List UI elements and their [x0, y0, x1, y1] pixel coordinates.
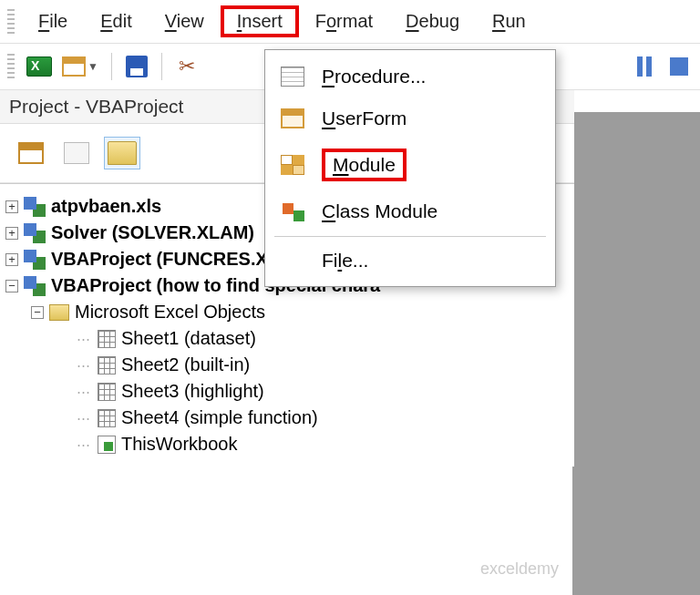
menu-view[interactable]: View — [149, 7, 221, 36]
expand-icon[interactable]: + — [5, 200, 18, 213]
scissors-icon: ✂ — [179, 55, 195, 78]
code-pane-background — [572, 112, 700, 595]
separator — [111, 53, 112, 80]
stop-icon — [670, 57, 688, 76]
chevron-down-icon: ▼ — [88, 60, 98, 73]
class-module-icon — [281, 201, 304, 221]
sheet-label: Sheet2 (built-in) — [121, 354, 250, 375]
folder-icon — [49, 304, 69, 321]
menu-run[interactable]: Run — [476, 7, 542, 36]
insert-procedure-item[interactable]: Procedure... — [265, 56, 555, 97]
toolbar-grip — [7, 54, 15, 79]
sheet-node[interactable]: ⋯ Sheet1 (dataset) — [5, 325, 569, 352]
expand-icon[interactable]: + — [5, 253, 18, 266]
menubar: File Edit View Insert Format Debug Run — [0, 0, 700, 44]
menu-insert[interactable]: Insert — [221, 5, 299, 37]
menu-file[interactable]: File — [22, 7, 84, 36]
insert-classmodule-item[interactable]: Class Module — [265, 190, 555, 232]
sheet-node[interactable]: ⋯ Sheet4 (simple function) — [5, 405, 569, 431]
userform-icon — [281, 108, 304, 128]
menu-format[interactable]: Format — [299, 7, 389, 36]
project-icon — [24, 223, 46, 243]
sheet-node[interactable]: ⋯ Sheet2 (built-in) — [5, 352, 569, 378]
sheet-label: Sheet4 (simple function) — [121, 407, 318, 428]
menu-edit[interactable]: Edit — [84, 7, 148, 36]
tree-connector: ⋯ — [77, 436, 94, 453]
toggle-folders-button[interactable] — [104, 137, 140, 169]
folder-label: Microsoft Excel Objects — [75, 302, 265, 323]
module-icon — [281, 155, 304, 175]
pause-icon — [637, 56, 652, 77]
save-button[interactable] — [121, 51, 152, 82]
tree-connector: ⋯ — [77, 331, 94, 347]
tree-connector: ⋯ — [77, 384, 94, 400]
insert-userform-item[interactable]: UserForm — [265, 97, 555, 139]
sheet-label: Sheet3 (highlight) — [121, 381, 264, 402]
watermark: exceldemy — [480, 559, 559, 579]
view-object-icon — [64, 142, 89, 164]
project-icon — [24, 276, 46, 296]
excel-icon — [26, 56, 52, 77]
insert-dropdown-button[interactable]: ▼ — [58, 51, 102, 82]
menu-divider — [274, 236, 546, 237]
workbook-node[interactable]: ⋯ ThisWorkbook — [5, 431, 569, 457]
save-icon — [126, 56, 148, 77]
workbook-label: ThisWorkbook — [121, 434, 237, 455]
sheet-label: Sheet1 (dataset) — [121, 328, 256, 349]
project-label: atpvbaen.xls — [51, 196, 161, 217]
collapse-icon[interactable]: − — [31, 306, 44, 319]
project-icon — [24, 197, 46, 217]
expand-icon[interactable]: + — [5, 227, 18, 240]
insert-file-item[interactable]: File... — [265, 241, 555, 281]
insert-menu-dropdown: Procedure... UserForm Module Class Modul… — [264, 49, 556, 287]
view-code-icon — [18, 142, 44, 164]
worksheet-icon — [98, 330, 116, 348]
folder-icon — [108, 141, 137, 165]
menu-debug[interactable]: Debug — [389, 7, 476, 36]
toolbar-grip — [7, 9, 15, 35]
collapse-icon[interactable]: − — [5, 280, 18, 292]
worksheet-icon — [98, 356, 116, 374]
project-icon — [24, 250, 46, 270]
insert-module-item[interactable]: Module — [265, 139, 555, 190]
project-label: Solver (SOLVER.XLAM) — [51, 222, 254, 243]
worksheet-icon — [98, 409, 116, 427]
sheet-node[interactable]: ⋯ Sheet3 (highlight) — [5, 378, 569, 405]
userform-icon — [62, 56, 86, 77]
tree-connector: ⋯ — [77, 410, 94, 426]
view-code-button[interactable] — [13, 137, 49, 169]
stop-button[interactable] — [664, 51, 695, 82]
procedure-icon — [281, 67, 304, 87]
worksheet-icon — [98, 383, 116, 401]
pause-button[interactable] — [629, 51, 660, 82]
workbook-icon — [98, 436, 116, 454]
cut-button[interactable]: ✂ — [171, 51, 202, 82]
separator — [161, 53, 162, 80]
view-object-button[interactable] — [58, 137, 95, 169]
view-excel-button[interactable] — [24, 51, 55, 82]
folder-node[interactable]: − Microsoft Excel Objects — [5, 299, 569, 325]
tree-connector: ⋯ — [77, 357, 94, 374]
